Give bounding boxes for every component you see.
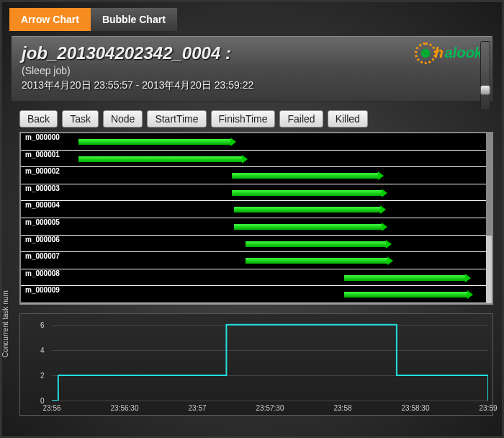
task-row: m_000004 [21,201,486,218]
task-arrow [78,156,242,162]
logo-rest: alook [445,45,482,61]
task-row: m_000003 [21,184,486,202]
y-tick: 2 [40,371,45,379]
task-label: m_000005 [25,218,60,226]
job-header: job_201304202342_0004 : (Sleep job) 2013… [11,35,493,102]
job-title: job_201304202342_0004 : [22,43,482,63]
task-label: m_000009 [25,286,60,294]
task-row: m_000005 [21,218,486,236]
task-arrow [246,258,388,264]
job-subtitle: (Sleep job) [22,65,482,76]
task-arrow [234,207,380,213]
task-label: m_000001 [25,151,60,158]
task-arrow [234,224,382,230]
task-arrow [232,190,382,196]
y-tick: 4 [40,346,45,354]
task-row: m_000002 [21,167,486,184]
finishtime-button[interactable]: FinishTime [211,110,276,128]
y-tick: 0 [40,397,45,405]
task-label: m_000003 [25,184,60,192]
arrow-chart: m_000000m_000001m_000002m_000003m_000004… [19,132,493,305]
task-row: m_000007 [21,252,486,269]
task-button[interactable]: Task [62,110,99,128]
task-row: m_000000 [21,133,486,151]
task-arrow [344,292,467,298]
header-slider-thumb[interactable] [480,85,490,95]
task-label: m_000007 [25,252,60,260]
task-arrow [246,241,386,247]
task-label: m_000008 [25,269,60,277]
job-time-range: 2013年4月20日 23:55:57 - 2013年4月20日 23:59:2… [22,79,482,92]
task-row: m_000001 [21,151,486,168]
task-row: m_000006 [21,236,486,253]
halook-logo: halook [418,45,482,61]
task-row: m_000009 [21,286,486,303]
x-tick: 23:57:30 [256,404,284,412]
header-slider[interactable] [480,41,490,110]
concurrent-line [52,318,488,401]
task-row: m_000008 [21,269,486,287]
task-label: m_000002 [25,167,60,175]
gantt-scrollbar[interactable] [486,133,492,303]
starttime-button[interactable]: StartTime [147,110,206,128]
killed-button[interactable]: Killed [328,110,368,128]
x-tick: 23:58 [333,404,351,412]
x-tick: 23:59 [479,404,497,412]
task-label: m_000000 [25,133,60,141]
back-button[interactable]: Back [19,110,58,128]
tab-arrow-chart[interactable]: Arrow Chart [9,8,91,31]
task-arrow [78,139,230,145]
task-label: m_000004 [25,201,60,209]
grid-line [52,401,488,401]
x-tick: 23:58:30 [402,404,430,412]
node-button[interactable]: Node [103,110,143,128]
tab-bubble-chart[interactable]: Bubble Chart [91,8,177,31]
task-arrow [232,173,378,179]
concurrent-chart: Concurrent task num 024623:5623:56:3023:… [19,313,493,416]
y-axis-label: Concurrent task num [1,290,9,357]
x-tick: 23:56:30 [111,404,139,412]
logo-icon [418,45,433,61]
y-tick: 6 [40,321,45,328]
task-arrow [344,275,466,281]
x-tick: 23:56 [42,404,60,412]
x-tick: 23:57 [188,404,206,412]
task-label: m_000006 [25,236,60,243]
gantt-scrollbar-thumb[interactable] [486,133,492,236]
failed-button[interactable]: Failed [279,110,323,128]
